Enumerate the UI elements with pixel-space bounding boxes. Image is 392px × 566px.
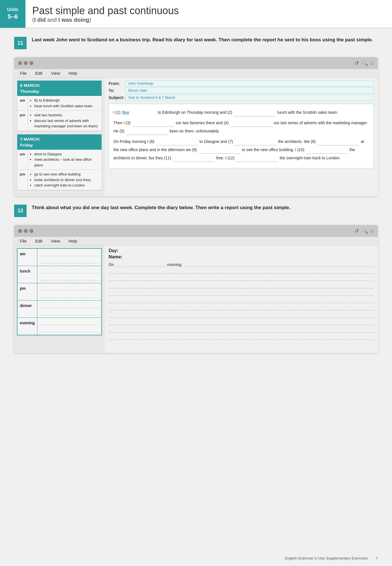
email-layout: 6 MARCH Thursday am fly to Edinburgh hav… [14,78,378,196]
diary-day1-date: 6 MARCH [20,82,99,88]
answer-10[interactable] [306,145,348,154]
writing-line-6[interactable] [109,305,374,310]
browser-dots-1 [18,61,33,65]
diary-blank-lunch-label: lunch [18,266,37,283]
page-header: Units 5–6 Past simple and past continuou… [0,0,392,28]
diary-day1-section: 6 MARCH Thursday am fly to Edinburgh hav… [17,80,102,131]
email-paragraph-3: On Friday morning I (6) to Glasgow and (… [113,137,369,162]
blank-line[interactable] [40,293,99,298]
diary-pm-label-2: pm [17,170,28,190]
diary-item: catch overnight train to London [34,183,91,188]
blank-line[interactable] [40,258,99,263]
writing-line-2[interactable] [109,276,374,281]
writing-panel: Day: Name: On morning [105,245,378,353]
writing-lines [109,269,374,340]
answer-5[interactable] [126,127,168,135]
diary-day2-pm-items: go to see new office building invite arc… [28,170,93,190]
on-blank[interactable] [115,262,166,267]
search-icon-2[interactable]: 🔍 [362,228,368,234]
morning-blank[interactable] [182,262,374,267]
menu-edit[interactable]: Edit [35,71,42,76]
refresh-icon-2[interactable]: ↺ [355,228,359,234]
home-icon-2[interactable]: ⌂ [371,228,374,234]
diary-blank-am-lines [37,249,101,266]
answer-4[interactable] [230,119,272,127]
menu-help[interactable]: Help [68,71,77,76]
blank-line[interactable] [40,251,99,256]
search-icon[interactable]: 🔍 [362,60,368,66]
exercise-12-number: 12 [14,205,27,217]
exercise-11-number: 11 [14,37,27,49]
diary-item: meet architects – look at new office pla… [34,157,99,168]
answer-7[interactable] [234,137,276,145]
morning-text: morning [167,262,182,267]
dot-yellow [24,61,28,65]
diary-blank-lunch-lines [37,266,101,283]
blank-line[interactable] [40,303,99,308]
dot-green [29,61,33,65]
menu-file-2[interactable]: File [20,239,27,243]
diary-item: drive to Glasgow [34,151,99,157]
writing-line-10[interactable] [109,335,374,340]
browser-titlebar-1: ↺ 🔍 ⌂ [14,57,378,69]
diary-blank-evening-label: evening [18,318,37,335]
name-label: Name: [109,254,374,260]
day-label: Day: [109,248,374,253]
answer-2[interactable] [234,108,276,116]
writing-line-4[interactable] [109,291,374,296]
on-text: On [109,262,114,267]
writing-line-9[interactable] [109,327,374,333]
diary-day1-pm: pm visit two factories discuss last seri… [17,111,102,131]
blank-line[interactable] [40,268,99,273]
exercise-12-block: 12 Think about what you did one day last… [14,204,378,217]
diary-blank-evening: evening [18,318,101,335]
menu-edit-2[interactable]: Edit [35,239,42,243]
answer-12[interactable] [236,154,278,162]
blank-line[interactable] [40,286,99,291]
email-paragraph-1: I (1) flew to Edinburgh on Thursday morn… [113,108,369,116]
blank-line[interactable] [40,320,99,325]
writing-line-7[interactable] [109,313,374,318]
answer-6[interactable] [156,137,198,145]
blank-line[interactable] [40,310,99,315]
diary-day1-header: 6 MARCH Thursday [17,81,102,96]
answer-9[interactable] [199,145,240,154]
refresh-icon[interactable]: ↺ [355,60,359,66]
exercise-11-block: 11 Last week John went to Scotland on a … [14,36,378,49]
diary-item: visit two factories [34,112,99,118]
answer-11[interactable] [173,154,215,162]
diary-item: have lunch with Scottish sales team [34,103,92,109]
content-area: 11 Last week John went to Scotland on a … [0,28,392,366]
menu-view-2[interactable]: View [51,239,60,243]
home-icon[interactable]: ⌂ [371,60,374,66]
from-label: From: [109,81,126,86]
writing-line-5[interactable] [109,298,374,303]
dot-red-2 [18,229,22,233]
diary-blank-layout: am lunch [14,245,378,353]
diary-day1-am-items: fly to Edinburgh have lunch with Scottis… [28,96,95,110]
page-title-block: Past simple and past continuous (I did a… [25,0,186,28]
subject-value: Visit to Scotland 6 & 7 March [126,95,374,100]
answer-3[interactable] [132,119,174,127]
page-title-sub: (I did and I was doing) [32,17,179,23]
blank-line[interactable] [40,327,99,333]
to-value: Simon Sato [126,87,374,93]
page-footer: English Grammar in Use Supplementary Exe… [14,556,378,560]
diary-day2-am: am drive to Glasgow meet architects – lo… [17,150,102,170]
menu-view[interactable]: View [51,71,60,76]
email-headers: From: John Hutchings To: Simon Sato Subj… [109,80,374,100]
blank-line[interactable] [40,276,99,281]
diary-blank-pm-lines [37,283,101,300]
diary-blank-am-label: am [18,249,37,266]
answer-1[interactable]: flew [122,108,156,116]
writing-line-8[interactable] [109,320,374,325]
diary-blank-pm: pm [18,283,101,301]
writing-line-3[interactable] [109,283,374,288]
menu-help-2[interactable]: Help [68,239,77,243]
writing-line-1[interactable] [109,269,374,274]
answer-8[interactable] [317,137,359,145]
exercise-12-instruction: Think about what you did one day last we… [32,204,378,211]
diary-day2-name: Friday [20,142,99,148]
diary-blank-pm-label: pm [18,283,37,300]
menu-file[interactable]: File [20,71,27,76]
